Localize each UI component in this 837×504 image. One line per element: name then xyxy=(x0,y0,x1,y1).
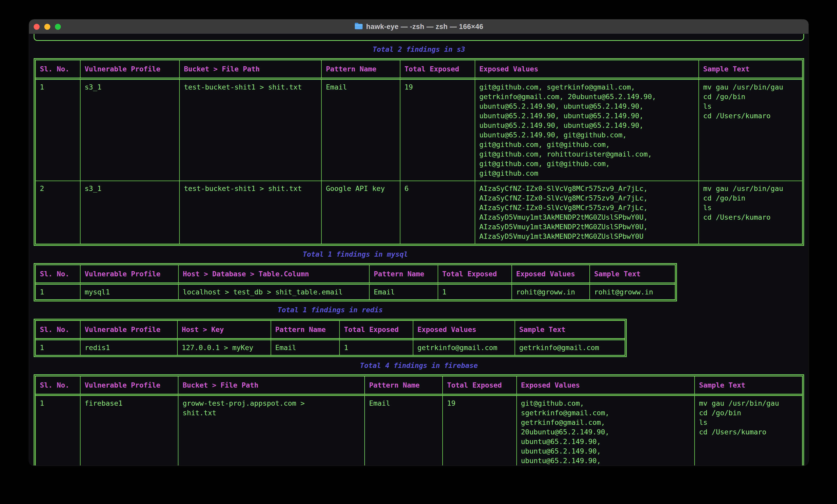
col-header-pattern-name: Pattern Name xyxy=(321,60,399,80)
s3-header-row: Sl. No. Vulnerable Profile Bucket > File… xyxy=(36,60,802,80)
col-header-total-exposed: Total Exposed xyxy=(438,265,512,285)
cell-sl-no: 2 xyxy=(36,181,80,244)
cell-total-exposed: 6 xyxy=(400,181,475,244)
cell-bucket-file-path: groww-test-proj.appspot.com > shit.txt xyxy=(178,396,364,465)
col-header-vulnerable-profile: Vulnerable Profile xyxy=(80,60,179,80)
cell-bucket-file-path: test-bucket-shit1 > shit.txt xyxy=(179,80,321,181)
cell-exposed-values: AIzaSyCfNZ-IZx0-SlVcVg8MCr575zv9_Ar7jLc,… xyxy=(475,181,699,244)
col-header-pattern-name: Pattern Name xyxy=(271,321,339,340)
col-header-bucket-file-path: Bucket > File Path xyxy=(178,376,364,396)
table-row: 1 s3_1 test-bucket-shit1 > shit.txt Emai… xyxy=(36,80,802,181)
col-header-sl-no: Sl. No. xyxy=(36,321,80,340)
truncated-table-bottom xyxy=(34,34,804,41)
window-title-text: hawk-eye — -zsh — zsh — 166×46 xyxy=(366,23,483,31)
cell-sl-no: 1 xyxy=(36,340,80,355)
col-header-total-exposed: Total Exposed xyxy=(400,60,475,80)
col-header-sample-text: Sample Text xyxy=(589,265,675,285)
firebase-findings-table: Sl. No. Vulnerable Profile Bucket > File… xyxy=(34,374,804,465)
cell-total-exposed: 1 xyxy=(438,285,512,299)
window-title: hawk-eye — -zsh — zsh — 166×46 xyxy=(29,19,808,34)
table-row: 1 redis1 127.0.0.1 > myKey Email 1 getrk… xyxy=(36,340,625,355)
cell-host-key: 127.0.0.1 > myKey xyxy=(177,340,271,355)
col-header-host-key: Host > Key xyxy=(177,321,271,340)
cell-total-exposed: 19 xyxy=(400,80,475,181)
cell-sample-text: getrkinfo@gmail.com xyxy=(515,340,625,355)
col-header-pattern-name: Pattern Name xyxy=(364,376,442,396)
cell-exposed-values: rohit@groww.in xyxy=(512,285,589,299)
cell-sl-no: 1 xyxy=(36,80,80,181)
section-title-redis: Total 1 findings in redis xyxy=(34,305,627,315)
cell-bucket-file-path: test-bucket-shit1 > shit.txt xyxy=(179,181,321,244)
table-row: 1 firebase1 groww-test-proj.appspot.com … xyxy=(36,396,802,465)
cell-exposed-values: git@github.com, sgetrkinfo@gmail.com, ge… xyxy=(475,80,699,181)
mysql-findings-table: Sl. No. Vulnerable Profile Host > Databa… xyxy=(34,263,677,301)
cell-pattern-name: Email xyxy=(364,396,442,465)
col-header-exposed-values: Exposed Values xyxy=(512,265,589,285)
col-header-sl-no: Sl. No. xyxy=(36,60,80,80)
cell-pattern-name: Email xyxy=(321,80,399,181)
col-header-bucket-file-path: Bucket > File Path xyxy=(179,60,321,80)
section-title-firebase: Total 4 findings in firebase xyxy=(34,361,804,370)
cell-vulnerable-profile: redis1 xyxy=(80,340,177,355)
col-header-exposed-values: Exposed Values xyxy=(413,321,515,340)
cell-total-exposed: 1 xyxy=(339,340,412,355)
cell-vulnerable-profile: mysql1 xyxy=(80,285,178,299)
cell-vulnerable-profile: s3_1 xyxy=(80,181,179,244)
col-header-exposed-values: Exposed Values xyxy=(516,376,695,396)
cell-exposed-values: getrkinfo@gmail.com xyxy=(413,340,515,355)
cell-pattern-name: Google API key xyxy=(321,181,399,244)
col-header-sl-no: Sl. No. xyxy=(36,265,80,285)
cell-vulnerable-profile: firebase1 xyxy=(80,396,178,465)
redis-header-row: Sl. No. Vulnerable Profile Host > Key Pa… xyxy=(36,321,625,340)
cell-sample-text: mv gau /usr/bin/gau cd /go/bin ls cd /Us… xyxy=(698,181,802,244)
terminal-window: hawk-eye — -zsh — zsh — 166×46 Total 2 f… xyxy=(29,19,808,466)
cell-sl-no: 1 xyxy=(36,396,80,465)
col-header-sample-text: Sample Text xyxy=(515,321,625,340)
col-header-total-exposed: Total Exposed xyxy=(339,321,412,340)
table-row: 1 mysql1 localhost > test_db > shit_tabl… xyxy=(36,285,675,299)
col-header-sl-no: Sl. No. xyxy=(36,376,80,396)
col-header-exposed-values: Exposed Values xyxy=(475,60,699,80)
cell-sample-text: mv gau /usr/bin/gau cd /go/bin ls cd /Us… xyxy=(698,80,802,181)
col-header-vulnerable-profile: Vulnerable Profile xyxy=(80,321,177,340)
cell-total-exposed: 19 xyxy=(442,396,516,465)
col-header-host-database-column: Host > Database > Table.Column xyxy=(178,265,369,285)
cell-pattern-name: Email xyxy=(369,285,438,299)
cell-vulnerable-profile: s3_1 xyxy=(80,80,179,181)
terminal-screen[interactable]: Total 2 findings in s3 Sl. No. Vulnerabl… xyxy=(29,34,808,465)
cell-host-database-column: localhost > test_db > shit_table.email xyxy=(178,285,369,299)
redis-findings-table: Sl. No. Vulnerable Profile Host > Key Pa… xyxy=(34,319,627,357)
cell-exposed-values: git@github.com, sgetrkinfo@gmail.com, ge… xyxy=(516,396,695,465)
firebase-header-row: Sl. No. Vulnerable Profile Bucket > File… xyxy=(36,376,802,396)
col-header-pattern-name: Pattern Name xyxy=(369,265,438,285)
section-title-s3: Total 2 findings in s3 xyxy=(34,44,804,54)
col-header-vulnerable-profile: Vulnerable Profile xyxy=(80,376,178,396)
window-titlebar[interactable]: hawk-eye — -zsh — zsh — 166×46 xyxy=(29,19,808,34)
col-header-sample-text: Sample Text xyxy=(698,60,802,80)
table-row: 2 s3_1 test-bucket-shit1 > shit.txt Goog… xyxy=(36,181,802,244)
cell-sample-text: rohit@groww.in xyxy=(589,285,675,299)
folder-icon xyxy=(354,22,363,32)
col-header-sample-text: Sample Text xyxy=(694,376,802,396)
section-title-mysql: Total 1 findings in mysql xyxy=(34,249,677,259)
col-header-total-exposed: Total Exposed xyxy=(442,376,516,396)
cell-pattern-name: Email xyxy=(271,340,339,355)
s3-findings-table: Sl. No. Vulnerable Profile Bucket > File… xyxy=(34,58,804,246)
col-header-vulnerable-profile: Vulnerable Profile xyxy=(80,265,178,285)
cell-sample-text: mv gau /usr/bin/gau cd /go/bin ls cd /Us… xyxy=(694,396,802,465)
mysql-header-row: Sl. No. Vulnerable Profile Host > Databa… xyxy=(36,265,675,285)
cell-sl-no: 1 xyxy=(36,285,80,299)
